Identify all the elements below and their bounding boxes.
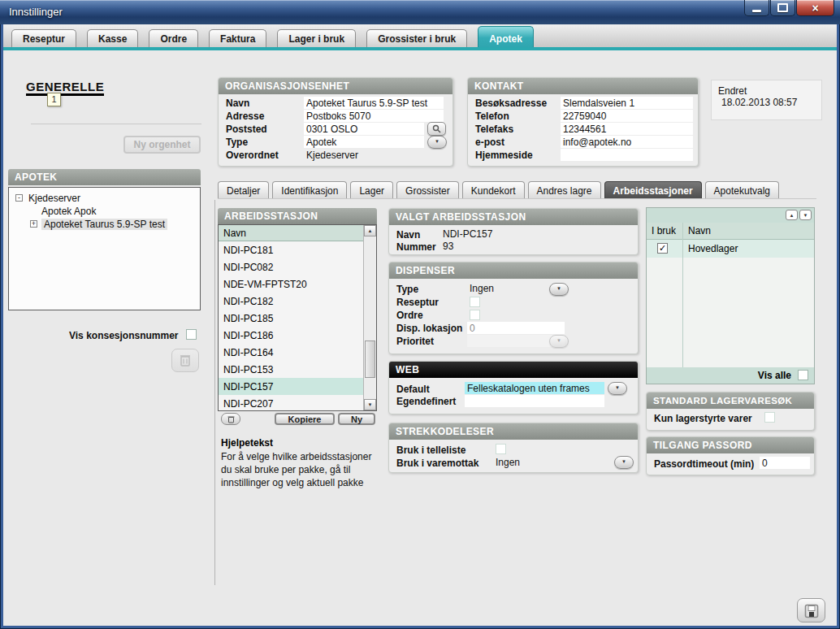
collapse-icon[interactable]: -: [15, 194, 23, 202]
org-navn-field[interactable]: [304, 97, 444, 109]
list-item-selected[interactable]: NDI-PC157: [219, 378, 376, 395]
passordtimeout-field[interactable]: [760, 457, 810, 469]
reseptur-checkbox[interactable]: [470, 297, 480, 307]
tree-item-apoteket-taurus[interactable]: Apoteket Taurus 5.9-SP test: [41, 219, 167, 230]
maximize-button[interactable]: [770, 0, 795, 16]
disp-lokasjon-field[interactable]: [467, 322, 565, 334]
close-button[interactable]: ×: [796, 0, 834, 16]
list-item[interactable]: NDI-PC182: [219, 293, 376, 310]
delete-workstation-button[interactable]: [221, 413, 240, 425]
show-license-label: Vis konsesjonsnummer: [69, 330, 179, 341]
tab-lager-i-bruk[interactable]: Lager i bruk: [277, 29, 356, 47]
tab-grossister-i-bruk[interactable]: Grossister i bruk: [366, 29, 467, 47]
dispenser-type-value: Ingen: [470, 283, 494, 294]
org-poststed-field[interactable]: [304, 123, 424, 135]
new-org-button[interactable]: Ny orgenhet: [123, 136, 201, 154]
dispenser-type-dropdown[interactable]: ▼: [549, 283, 569, 296]
show-license-checkbox[interactable]: [186, 329, 197, 340]
telleliste-checkbox[interactable]: [496, 444, 506, 454]
subtab-kundekort[interactable]: Kundekort: [462, 181, 525, 199]
subtab-identifikasjon[interactable]: Identifikasjon: [272, 181, 347, 199]
tab-ordre[interactable]: Ordre: [149, 29, 198, 47]
list-item[interactable]: NDE-VM-FPTST20: [219, 275, 376, 293]
subtab-detaljer[interactable]: Detaljer: [218, 181, 269, 199]
workstation-column-header[interactable]: Navn: [219, 225, 376, 241]
storage-table-footer: Vis alle: [647, 367, 814, 384]
subtab-grossister[interactable]: Grossister: [396, 181, 459, 199]
org-adresse-field[interactable]: [304, 110, 444, 122]
settings-window: Innstillinger × Reseptur Kasse Ordre Fak…: [0, 0, 840, 629]
web-egendefinert-field[interactable]: [465, 395, 604, 407]
trash-icon: [172, 354, 198, 367]
varemottak-value: Ingen: [496, 457, 520, 468]
valgt-navn-label: Navn: [396, 229, 420, 241]
vis-alle-checkbox[interactable]: [798, 370, 808, 380]
tree-item-kjedeserver[interactable]: Kjedeserver: [28, 193, 80, 204]
ordre-checkbox[interactable]: [470, 310, 480, 320]
list-item[interactable]: NDI-PC207: [219, 395, 376, 411]
generelle-heading: GENERELLE: [26, 80, 104, 96]
storage-table-toolbar: ▲ ▼: [647, 208, 814, 223]
column-header-navn[interactable]: Navn: [688, 225, 711, 236]
org-type-dropdown[interactable]: ▼: [427, 136, 447, 149]
list-item[interactable]: NDI-PC164: [219, 344, 376, 361]
new-button[interactable]: Ny: [338, 413, 375, 425]
web-panel-header: WEB: [389, 362, 638, 378]
poststed-search-button[interactable]: [427, 122, 446, 136]
epost-field[interactable]: [561, 136, 693, 148]
tab-reseptur[interactable]: Reseptur: [11, 29, 76, 47]
move-up-button[interactable]: ▲: [786, 210, 798, 220]
list-item[interactable]: NDI-PC082: [219, 258, 376, 275]
scrollbar[interactable]: ▲ ▼: [363, 225, 376, 410]
subtab-lager[interactable]: Lager: [350, 181, 393, 199]
telefaks-field[interactable]: [561, 123, 693, 135]
dispenser-ordre-label: Ordre: [396, 310, 423, 321]
row-navn: Hovedlager: [688, 243, 738, 254]
list-item[interactable]: NDI-PC153: [219, 361, 376, 378]
apotek-panel-header: APOTEK: [8, 169, 201, 185]
dispenser-panel-header: DISPENSER: [389, 262, 638, 279]
lagerstyrte-checkbox[interactable]: [764, 412, 775, 423]
tab-kasse[interactable]: Kasse: [87, 29, 138, 47]
copy-button[interactable]: Kopiere: [275, 413, 335, 425]
save-icon: [798, 604, 825, 618]
lagervaresok-panel-header: STANDARD LAGERVARESØK: [647, 393, 814, 409]
list-item[interactable]: NDI-PC186: [219, 327, 376, 344]
scrollbar-thumb[interactable]: [365, 341, 375, 378]
save-button[interactable]: [797, 598, 825, 622]
telleliste-label: Bruk i telleliste: [396, 445, 465, 456]
varemottak-label: Bruk i varemottak: [396, 458, 478, 469]
tab-faktura[interactable]: Faktura: [209, 29, 266, 47]
table-row[interactable]: ✓ Hovedlager: [647, 240, 814, 258]
web-default-field[interactable]: [465, 382, 604, 394]
kontakt-telefon-label: Telefon: [475, 111, 509, 122]
scroll-down-icon[interactable]: ▼: [364, 399, 376, 410]
valgt-navn-value: NDI-PC157: [443, 228, 492, 240]
web-default-dropdown[interactable]: ▼: [608, 382, 627, 395]
move-down-button[interactable]: ▼: [799, 210, 812, 220]
hjemmeside-field[interactable]: [561, 149, 693, 161]
subtab-arbeidsstasjoner[interactable]: Arbeidsstasjoner: [604, 181, 702, 199]
active-tab-underline: [3, 47, 837, 50]
prioritet-label: Prioritet: [396, 336, 434, 347]
besoksadresse-field[interactable]: [561, 97, 693, 109]
minimize-button[interactable]: [744, 0, 769, 16]
varemottak-dropdown[interactable]: ▼: [614, 456, 634, 469]
telefon-field[interactable]: [561, 110, 693, 122]
tab-apotek[interactable]: Apotek: [478, 26, 534, 47]
kontakt-epost-label: e-post: [475, 137, 504, 148]
subtab-andres-lagre[interactable]: Andres lagre: [528, 181, 601, 199]
expand-icon[interactable]: +: [30, 220, 37, 228]
list-item[interactable]: NDI-PC181: [219, 241, 376, 258]
tree-item-apotek-apok[interactable]: Apotek Apok: [41, 206, 96, 217]
column-header-i-bruk[interactable]: I bruk: [652, 225, 676, 236]
list-item[interactable]: NDI-PC185: [219, 310, 376, 327]
prioritet-dropdown[interactable]: ▼: [549, 335, 569, 348]
org-type-field[interactable]: [304, 136, 424, 148]
org-overordnet-value: Kjedeserver: [306, 150, 358, 161]
i-bruk-checkbox[interactable]: ✓: [657, 243, 668, 254]
chevron-down-icon: ▼: [556, 286, 561, 291]
scroll-up-icon[interactable]: ▲: [364, 225, 376, 236]
subtab-apotekutvalg[interactable]: Apotekutvalg: [705, 181, 779, 199]
delete-org-button[interactable]: [171, 349, 199, 372]
